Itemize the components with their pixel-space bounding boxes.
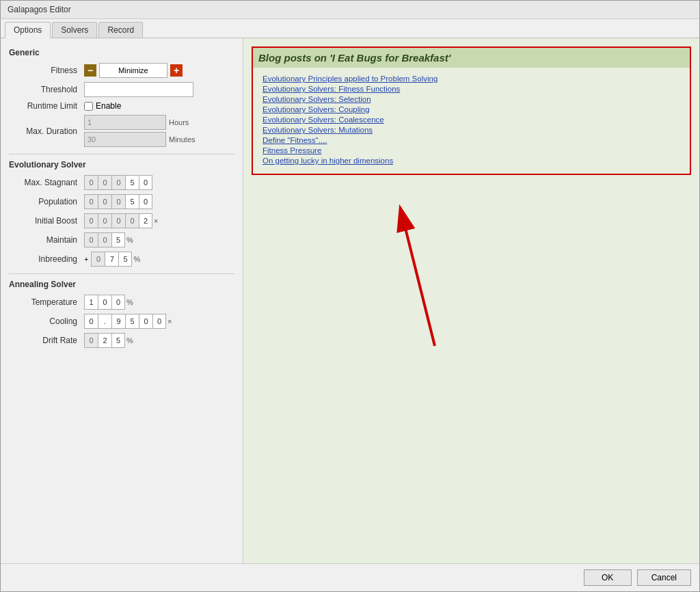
runtime-limit-label: Runtime Limit <box>9 101 77 111</box>
blog-link-5[interactable]: Evolutionary Solvers: Mutations <box>262 126 680 134</box>
ok-button[interactable]: OK <box>584 569 632 586</box>
ib-seg-2: 0 <box>111 213 125 228</box>
cool-seg-1: . <box>98 314 111 329</box>
runtime-enable-checkbox[interactable] <box>84 102 93 111</box>
temp-seg-0: 1 <box>84 295 98 310</box>
fitness-plus-button[interactable]: + <box>170 64 183 77</box>
generic-section-title: Generic <box>9 48 234 57</box>
runtime-limit-group: Runtime Limit Enable <box>9 101 234 111</box>
maint-seg-1: 0 <box>98 232 111 247</box>
fitness-control: − Minimize + <box>84 63 183 78</box>
temp-seg-2: 0 <box>111 295 125 310</box>
blog-link-6[interactable]: Define "Fitness".... <box>262 136 680 144</box>
cool-seg-5: 0 <box>152 314 166 329</box>
cancel-button[interactable]: Cancel <box>637 569 691 586</box>
main-window: Galapagos Editor Options Solvers Record … <box>0 0 700 592</box>
population-label: Population <box>9 197 77 206</box>
drift-rate-group: Drift Rate 0 2 5 % <box>9 333 234 348</box>
max-duration-label: Max. Duration <box>9 126 77 136</box>
pop-seg-2: 0 <box>111 194 125 209</box>
blog-link-3[interactable]: Evolutionary Solvers: Coupling <box>262 105 680 113</box>
blog-link-0[interactable]: Evolutionary Principles applied to Probl… <box>262 75 680 83</box>
blog-title: Blog posts on 'I Eat Bugs for Breakfast' <box>253 48 690 68</box>
runtime-enable-checkbox-label[interactable]: Enable <box>84 101 121 111</box>
temperature-input: 1 0 0 <box>84 295 125 310</box>
evolutionary-section-title: Evolutionary Solver <box>9 160 234 170</box>
ib-seg-3: 0 <box>125 213 139 228</box>
initial-boost-label: Initial Boost <box>9 216 77 226</box>
duration-inputs: Hours Minutes <box>84 115 196 147</box>
initial-boost-suffix: × <box>154 217 158 225</box>
annealing-section-title: Annealing Solver <box>9 280 234 289</box>
fitness-label: Fitness <box>9 66 77 75</box>
max-stagnant-group: Max. Stagnant 0 0 0 5 0 <box>9 175 234 190</box>
hours-input <box>84 115 166 130</box>
maint-seg-0: 0 <box>84 232 98 247</box>
initial-boost-control: 0 0 0 0 2 × <box>84 213 158 228</box>
max-stagnant-input: 0 0 0 5 0 <box>84 175 152 190</box>
inbr-seg-1: 7 <box>105 252 118 267</box>
svg-line-1 <box>404 223 435 346</box>
drift-seg-1: 2 <box>98 333 111 348</box>
maint-seg-2: 5 <box>111 232 125 247</box>
fitness-value: Minimize <box>99 63 167 78</box>
minutes-row: Minutes <box>84 132 196 147</box>
drift-seg-0: 0 <box>84 333 98 348</box>
maintain-control: 0 0 5 % <box>84 232 133 247</box>
cool-seg-4: 0 <box>139 314 152 329</box>
inbr-seg-2: 5 <box>118 252 132 267</box>
seg-3: 5 <box>125 175 139 190</box>
tab-record[interactable]: Record <box>98 22 143 38</box>
seg-1: 0 <box>98 175 111 190</box>
seg-2: 0 <box>111 175 125 190</box>
cooling-input: 0 . 9 5 0 0 <box>84 314 166 329</box>
threshold-label: Threshold <box>9 85 77 94</box>
maintain-group: Maintain 0 0 5 % <box>9 232 234 247</box>
blog-link-8[interactable]: On getting lucky in higher dimensions <box>262 157 680 165</box>
tab-solvers[interactable]: Solvers <box>52 22 97 38</box>
population-input: 0 0 0 5 0 <box>84 194 152 209</box>
initial-boost-group: Initial Boost 0 0 0 0 2 × <box>9 213 234 228</box>
minutes-suffix: Minutes <box>169 135 196 144</box>
drift-input: 0 2 5 <box>84 333 125 348</box>
blog-link-4[interactable]: Evolutionary Solvers: Coalescence <box>262 116 680 124</box>
threshold-input[interactable] <box>84 82 193 97</box>
blog-link-2[interactable]: Evolutionary Solvers: Selection <box>262 95 680 103</box>
temperature-label: Temperature <box>9 297 77 307</box>
cooling-control: 0 . 9 5 0 0 × <box>84 314 172 329</box>
red-arrow <box>298 161 517 353</box>
hours-suffix: Hours <box>169 118 189 126</box>
blog-link-7[interactable]: Fitness Pressure <box>262 146 680 154</box>
drift-rate-control: 0 2 5 % <box>84 333 133 348</box>
fitness-minus-button[interactable]: − <box>84 64 96 77</box>
pop-seg-0: 0 <box>84 194 98 209</box>
inbreeding-label: Inbreeding <box>9 254 77 264</box>
ib-seg-0: 0 <box>84 213 98 228</box>
cool-seg-0: 0 <box>84 314 98 329</box>
pop-seg-3: 5 <box>125 194 139 209</box>
ib-seg-4: 2 <box>139 213 152 228</box>
blog-link-1[interactable]: Evolutionary Solvers: Fitness Functions <box>262 85 680 93</box>
drift-seg-2: 5 <box>111 333 125 348</box>
tab-options[interactable]: Options <box>5 22 51 38</box>
blog-box: Blog posts on 'I Eat Bugs for Breakfast'… <box>252 46 691 175</box>
pop-seg-4: 0 <box>139 194 152 209</box>
temperature-control: 1 0 0 % <box>84 295 133 310</box>
max-stagnant-label: Max. Stagnant <box>9 178 77 187</box>
cool-seg-2: 9 <box>111 314 125 329</box>
ib-seg-1: 0 <box>98 213 111 228</box>
initial-boost-input: 0 0 0 0 2 <box>84 213 152 228</box>
cool-seg-3: 5 <box>125 314 139 329</box>
cooling-label: Cooling <box>9 317 77 326</box>
threshold-group: Threshold <box>9 82 234 97</box>
right-panel: Blog posts on 'I Eat Bugs for Breakfast'… <box>243 38 699 563</box>
inbreeding-suffix: % <box>133 255 140 263</box>
drift-rate-suffix: % <box>126 336 133 345</box>
temperature-suffix: % <box>126 298 133 306</box>
title-bar: Galapagos Editor <box>1 1 699 19</box>
cooling-group: Cooling 0 . 9 5 0 0 × <box>9 314 234 329</box>
max-duration-group: Max. Duration Hours Minutes <box>9 115 234 147</box>
pop-seg-1: 0 <box>98 194 111 209</box>
inbr-seg-0: 0 <box>91 252 105 267</box>
tab-bar: Options Solvers Record <box>1 19 699 38</box>
